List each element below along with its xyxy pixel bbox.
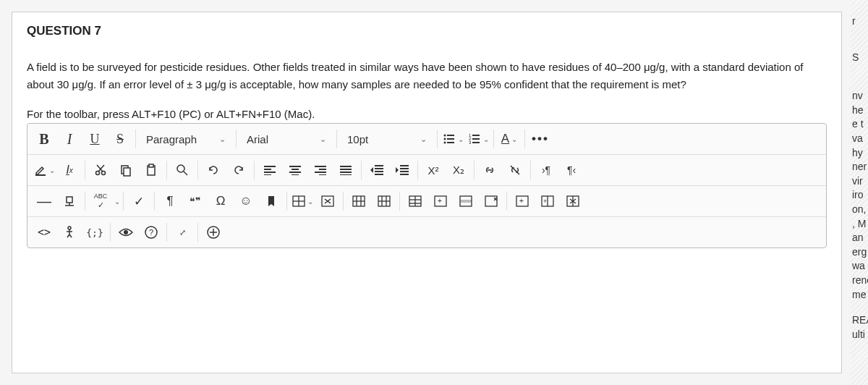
redo-button[interactable] [226, 158, 251, 182]
numbered-list-button[interactable]: 123 ⌄ [466, 127, 490, 151]
svg-point-85 [68, 227, 71, 229]
superscript-button[interactable]: X² [421, 158, 446, 182]
svg-rect-40 [375, 168, 383, 169]
ltr-button[interactable]: ›¶ [534, 158, 558, 182]
svg-rect-25 [264, 172, 276, 173]
strikethrough-button[interactable]: S [108, 127, 132, 151]
svg-text:+: + [438, 197, 442, 205]
svg-text:+: + [519, 197, 524, 205]
insert-table-button[interactable]: ⌄ [290, 189, 315, 213]
svg-rect-18 [124, 168, 130, 176]
align-right-button[interactable] [308, 158, 333, 182]
chevron-down-icon: ⌄ [49, 166, 55, 174]
bold-button[interactable]: B [32, 127, 56, 151]
table-remove-button[interactable] [561, 189, 585, 213]
svg-rect-11 [472, 142, 480, 143]
align-center-button[interactable] [283, 158, 307, 182]
svg-rect-45 [400, 171, 409, 172]
font-family-label: Arial [247, 133, 268, 145]
svg-text:?: ? [149, 228, 153, 237]
underline-button[interactable]: U [82, 127, 107, 151]
special-char-button[interactable]: Ω [208, 189, 233, 213]
delete-col-button[interactable] [479, 189, 503, 213]
nbsp-button[interactable] [57, 189, 82, 213]
svg-rect-5 [447, 142, 454, 143]
delete-row-button[interactable] [454, 189, 478, 213]
outdent-button[interactable] [365, 158, 389, 182]
svg-rect-20 [149, 164, 153, 167]
highlight-color-button[interactable]: ⌄ [32, 158, 56, 182]
toolbar-row-4: <> {;} ? ⤢ [27, 217, 826, 248]
remove-link-button[interactable] [503, 158, 527, 182]
show-blocks-button[interactable]: ¶ [158, 189, 182, 213]
font-size-select[interactable]: 10pt ⌄ [340, 127, 434, 151]
svg-rect-36 [340, 169, 352, 170]
anchor-button[interactable] [259, 189, 284, 213]
question-title: QUESTION 7 [27, 24, 827, 38]
bullet-list-button[interactable]: ⌄ [441, 127, 465, 151]
svg-rect-33 [315, 172, 326, 173]
chevron-down-icon: ⌄ [483, 135, 489, 143]
subscript-button[interactable]: X₂ [446, 158, 471, 182]
cutoff-sidebar-text: r S nv he e t va hy ner vir iro on, , M … [851, 0, 868, 385]
svg-text:3: 3 [469, 140, 472, 145]
editor-toolbar: B I U S Paragraph ⌄ Arial ⌄ 10pt ⌄ ⌄ [27, 123, 827, 248]
svg-rect-32 [319, 169, 326, 170]
align-left-button[interactable] [258, 158, 282, 182]
merge-cells-button[interactable]: + [510, 189, 535, 213]
keyboard-shortcut-button[interactable] [57, 220, 82, 245]
font-size-label: 10pt [347, 133, 368, 145]
svg-rect-7 [472, 135, 480, 136]
insert-col-right-button[interactable]: + [428, 189, 453, 213]
svg-rect-72 [460, 200, 472, 203]
svg-rect-41 [375, 171, 383, 172]
paragraph-format-label: Paragraph [146, 133, 197, 145]
svg-point-2 [443, 138, 446, 140]
svg-point-90 [124, 230, 128, 234]
chevron-down-icon: ⌄ [458, 135, 464, 143]
long-dash-button[interactable]: — [32, 189, 56, 213]
more-button[interactable]: ••• [528, 127, 553, 151]
align-justify-button[interactable] [333, 158, 358, 182]
split-cells-button[interactable]: + [535, 189, 560, 213]
chevron-down-icon: ⌄ [114, 198, 120, 206]
insert-row-below-button[interactable] [372, 189, 396, 213]
css-class-button[interactable]: {;} [82, 220, 107, 245]
font-color-button[interactable]: A ⌄ [497, 127, 522, 151]
svg-rect-9 [472, 138, 480, 140]
find-replace-button[interactable] [170, 158, 195, 182]
toolbar-row-2: ⌄ Ix [27, 155, 826, 186]
chevron-down-icon: ⌄ [219, 135, 226, 144]
font-family-select[interactable]: Arial ⌄ [239, 127, 333, 151]
svg-rect-29 [289, 172, 301, 173]
blockquote-button[interactable]: ❝❞ [183, 189, 208, 213]
svg-rect-35 [340, 166, 352, 167]
svg-rect-1 [447, 135, 454, 136]
toolbar-row-1: B I U S Paragraph ⌄ Arial ⌄ 10pt ⌄ ⌄ [27, 124, 826, 155]
svg-line-89 [69, 234, 72, 237]
cut-button[interactable] [88, 158, 113, 182]
insert-row-above-button[interactable] [346, 189, 371, 213]
svg-rect-3 [447, 138, 454, 140]
preview-button[interactable] [114, 220, 138, 245]
rtl-button[interactable]: ¶‹ [559, 158, 584, 182]
html-code-button[interactable]: <> [32, 220, 56, 245]
copy-button[interactable] [114, 158, 138, 182]
italic-button[interactable]: I [57, 127, 82, 151]
spellcheck-button[interactable]: ABC ✓ [88, 189, 113, 213]
checkmark-button[interactable]: ✓ [127, 189, 151, 213]
emoji-button[interactable]: ☺ [234, 189, 258, 213]
fullscreen-button[interactable]: ⤢ [170, 220, 195, 245]
add-content-button[interactable] [201, 220, 226, 245]
help-button[interactable]: ? [139, 220, 163, 245]
paragraph-format-select[interactable]: Paragraph ⌄ [139, 127, 233, 151]
indent-button[interactable] [390, 158, 414, 182]
insert-col-left-button[interactable] [403, 189, 427, 213]
insert-link-button[interactable] [477, 158, 502, 182]
clear-formatting-button[interactable]: Ix [57, 158, 82, 182]
svg-point-4 [443, 142, 446, 144]
paste-button[interactable] [139, 158, 163, 182]
toolbar-hint: For the toolbar, press ALT+F10 (PC) or A… [27, 108, 827, 120]
undo-button[interactable] [201, 158, 226, 182]
table-delete-button[interactable] [315, 189, 340, 213]
